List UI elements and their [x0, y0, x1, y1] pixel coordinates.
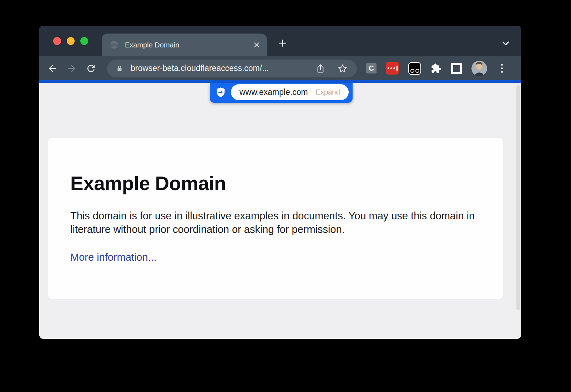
- back-button[interactable]: [46, 62, 59, 75]
- extension-c-icon[interactable]: C: [366, 63, 377, 73]
- scrollbar-thumb[interactable]: [516, 85, 520, 310]
- bookmark-star-icon[interactable]: [338, 63, 348, 73]
- tab-example-domain[interactable]: Example Domain: [102, 34, 267, 56]
- browser-window: Example Domain browser-beta.clo: [39, 26, 521, 339]
- password-manager-extension-icon[interactable]: [386, 62, 399, 75]
- expand-button[interactable]: Expand: [316, 88, 340, 96]
- chevron-down-icon[interactable]: [500, 38, 511, 49]
- extensions-row: C: [366, 61, 505, 76]
- zoom-window-button[interactable]: [80, 37, 88, 45]
- new-tab-button[interactable]: [278, 38, 288, 48]
- extensions-puzzle-icon[interactable]: [431, 63, 441, 74]
- globe-icon: [110, 40, 119, 50]
- page-paragraph: This domain is for use in illustrative e…: [70, 209, 480, 236]
- isolated-domain-text: www.example.com: [239, 87, 308, 97]
- share-icon[interactable]: [315, 63, 325, 73]
- tab-close-icon[interactable]: [253, 41, 261, 49]
- forward-button[interactable]: [66, 62, 78, 75]
- shield-arrow-icon: [215, 87, 226, 98]
- browser-toolbar: browser-beta.cloudflareaccess.com/... C: [39, 56, 521, 80]
- address-bar[interactable]: browser-beta.cloudflareaccess.com/...: [107, 60, 357, 77]
- browser-isolation-badge[interactable]: www.example.com Expand: [210, 83, 353, 103]
- more-information-link[interactable]: More information...: [70, 251, 157, 263]
- traffic-lights: [53, 37, 88, 45]
- lock-icon[interactable]: [116, 64, 123, 73]
- tab-title: Example Domain: [125, 41, 253, 49]
- frame-extension-icon[interactable]: [451, 63, 462, 74]
- dark-extension-icon[interactable]: [408, 62, 421, 75]
- url-text: browser-beta.cloudflareaccess.com/...: [131, 63, 315, 73]
- tab-strip: Example Domain: [39, 26, 521, 56]
- browser-menu-icon[interactable]: [499, 62, 505, 74]
- reload-button[interactable]: [85, 62, 97, 75]
- profile-avatar[interactable]: [471, 61, 487, 76]
- isolated-domain-pill[interactable]: www.example.com Expand: [231, 84, 349, 100]
- loading-bar: [39, 80, 521, 83]
- content-card: Example Domain This domain is for use in…: [48, 138, 503, 299]
- page-heading: Example Domain: [70, 172, 482, 195]
- minimize-window-button[interactable]: [67, 37, 75, 45]
- close-window-button[interactable]: [53, 37, 61, 45]
- page-viewport: www.example.com Expand Example Domain Th…: [39, 83, 521, 339]
